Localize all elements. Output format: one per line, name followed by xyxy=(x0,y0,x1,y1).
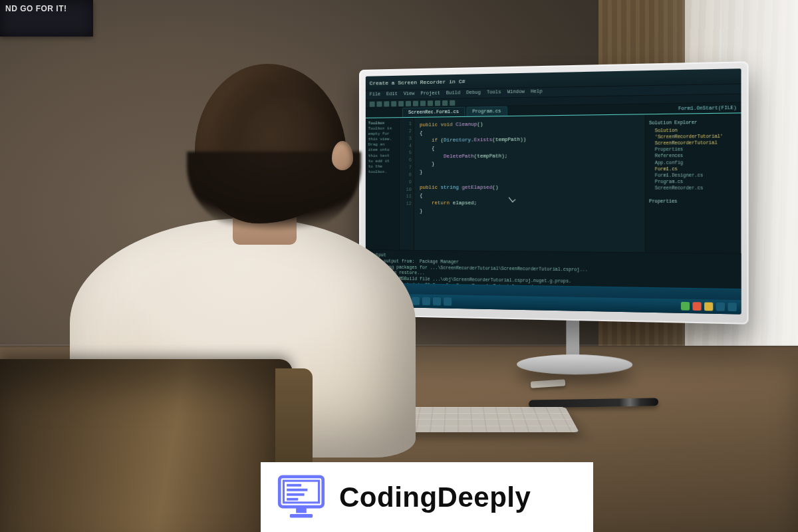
taskbar-app-icon[interactable] xyxy=(422,297,430,305)
toolbar-icon[interactable] xyxy=(428,100,433,106)
svg-rect-7 xyxy=(290,513,313,517)
solution-root[interactable]: Solution 'ScreenRecorderTutorial' xyxy=(649,127,737,141)
solution-node[interactable]: Form1.cs xyxy=(649,166,737,172)
menu-project[interactable]: Project xyxy=(420,90,440,98)
svg-rect-5 xyxy=(287,497,298,500)
toolbar-icon[interactable] xyxy=(450,100,455,106)
tray-icon[interactable] xyxy=(716,303,725,311)
ide-window: Create a Screen Recorder in C# File Edit… xyxy=(366,68,741,314)
photo-scene: ND GO FOR IT! Create a Screen Recorder i… xyxy=(0,0,798,532)
wall-poster: ND GO FOR IT! xyxy=(0,0,93,37)
solution-node[interactable]: ScreenRecorder.cs xyxy=(649,185,737,192)
editor-cursor-icon xyxy=(509,195,516,202)
tray-icon[interactable] xyxy=(728,303,736,311)
toolbar-icon[interactable] xyxy=(420,100,426,106)
person-ear xyxy=(332,141,353,170)
toolbar-icon[interactable] xyxy=(435,100,440,106)
file-breadcrumb: Form1.OnStart(FILE) xyxy=(678,105,741,112)
taskbar-app-icon[interactable] xyxy=(433,297,441,305)
watermark-banner: CodingDeeply xyxy=(261,462,593,532)
solution-node[interactable]: App.config xyxy=(649,159,737,166)
menu-build[interactable]: Build xyxy=(446,90,460,98)
chair-back xyxy=(0,359,293,532)
svg-rect-6 xyxy=(296,507,307,513)
svg-rect-2 xyxy=(287,483,301,486)
wall-poster-text: ND GO FOR IT! xyxy=(5,4,67,13)
watermark-brand: CodingDeeply xyxy=(339,481,531,513)
menu-window[interactable]: Window xyxy=(507,89,525,97)
ide-output-panel: Output Show output from: Package Manager… xyxy=(366,249,741,289)
tab-label: ScreenRec.Form1.cs xyxy=(408,109,459,115)
solution-node[interactable]: Program.cs xyxy=(649,178,737,185)
tray-icon[interactable] xyxy=(704,303,713,311)
ide-editor[interactable]: public void Cleanup() { if (Directory.Ex… xyxy=(414,114,645,252)
solution-header: Solution Explorer xyxy=(649,119,737,126)
tray-icon[interactable] xyxy=(692,302,701,311)
toolbar-icon[interactable] xyxy=(442,100,448,106)
tab-inactive[interactable]: Program.cs xyxy=(466,106,507,116)
menu-debug[interactable]: Debug xyxy=(466,90,480,98)
menu-tools[interactable]: Tools xyxy=(487,89,501,97)
monitor: Create a Screen Recorder in C# File Edit… xyxy=(359,61,749,325)
watermark-logo-icon xyxy=(275,471,327,523)
menu-help[interactable]: Help xyxy=(531,88,542,96)
svg-rect-3 xyxy=(287,488,307,491)
solution-node[interactable]: Form1.Designer.cs xyxy=(649,172,737,179)
tab-label: Program.cs xyxy=(472,108,501,114)
properties-header: Properties xyxy=(649,198,737,205)
taskbar-app-icon[interactable] xyxy=(444,297,452,305)
ide-solution-panel: Solution Explorer Solution 'ScreenRecord… xyxy=(645,113,741,253)
svg-rect-4 xyxy=(287,493,305,495)
tray-icon[interactable] xyxy=(681,302,690,311)
